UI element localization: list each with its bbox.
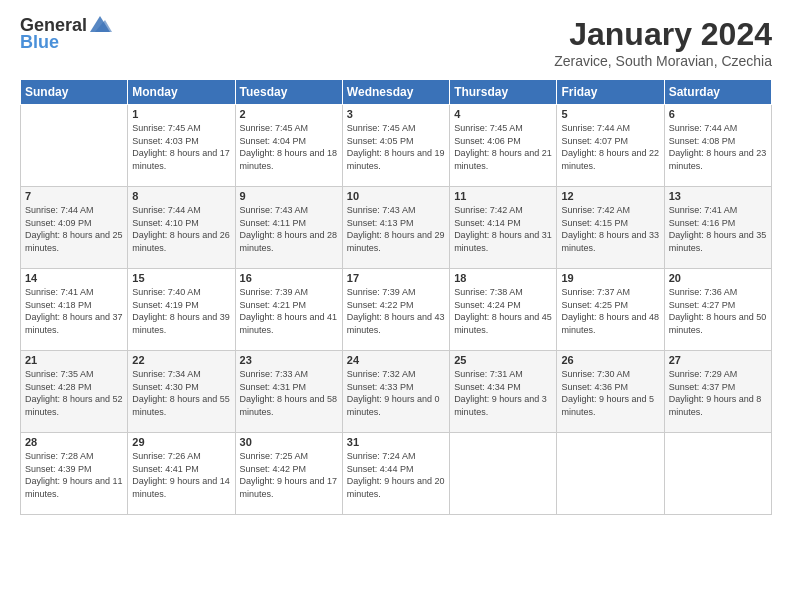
day-info: Sunrise: 7:44 AM Sunset: 4:07 PM Dayligh… [561,122,659,172]
daylight-text: Daylight: 8 hours and 55 minutes. [132,394,230,417]
sunset-text: Sunset: 4:04 PM [240,136,307,146]
daylight-text: Daylight: 8 hours and 23 minutes. [669,148,767,171]
day-info: Sunrise: 7:25 AM Sunset: 4:42 PM Dayligh… [240,450,338,500]
day-info: Sunrise: 7:44 AM Sunset: 4:08 PM Dayligh… [669,122,767,172]
sunset-text: Sunset: 4:07 PM [561,136,628,146]
daylight-text: Daylight: 9 hours and 5 minutes. [561,394,654,417]
day-info: Sunrise: 7:43 AM Sunset: 4:13 PM Dayligh… [347,204,445,254]
sunset-text: Sunset: 4:08 PM [669,136,736,146]
day-info: Sunrise: 7:41 AM Sunset: 4:18 PM Dayligh… [25,286,123,336]
day-number: 12 [561,190,659,202]
day-number: 29 [132,436,230,448]
table-row [664,433,771,515]
page: General Blue January 2024 Zeravice, Sout… [0,0,792,612]
table-row: 12 Sunrise: 7:42 AM Sunset: 4:15 PM Dayl… [557,187,664,269]
table-row: 6 Sunrise: 7:44 AM Sunset: 4:08 PM Dayli… [664,105,771,187]
sunrise-text: Sunrise: 7:43 AM [347,205,416,215]
daylight-text: Daylight: 8 hours and 28 minutes. [240,230,338,253]
sunrise-text: Sunrise: 7:26 AM [132,451,201,461]
daylight-text: Daylight: 8 hours and 18 minutes. [240,148,338,171]
calendar-week-row: 21 Sunrise: 7:35 AM Sunset: 4:28 PM Dayl… [21,351,772,433]
table-row: 31 Sunrise: 7:24 AM Sunset: 4:44 PM Dayl… [342,433,449,515]
day-number: 13 [669,190,767,202]
sunrise-text: Sunrise: 7:30 AM [561,369,630,379]
sunrise-text: Sunrise: 7:45 AM [347,123,416,133]
daylight-text: Daylight: 8 hours and 52 minutes. [25,394,123,417]
day-number: 7 [25,190,123,202]
table-row: 19 Sunrise: 7:37 AM Sunset: 4:25 PM Dayl… [557,269,664,351]
table-row: 27 Sunrise: 7:29 AM Sunset: 4:37 PM Dayl… [664,351,771,433]
day-info: Sunrise: 7:32 AM Sunset: 4:33 PM Dayligh… [347,368,445,418]
day-number: 11 [454,190,552,202]
header: General Blue January 2024 Zeravice, Sout… [20,16,772,69]
sunrise-text: Sunrise: 7:34 AM [132,369,201,379]
day-number: 30 [240,436,338,448]
daylight-text: Daylight: 9 hours and 3 minutes. [454,394,547,417]
sunset-text: Sunset: 4:34 PM [454,382,521,392]
day-number: 4 [454,108,552,120]
day-info: Sunrise: 7:45 AM Sunset: 4:05 PM Dayligh… [347,122,445,172]
sunset-text: Sunset: 4:42 PM [240,464,307,474]
sunrise-text: Sunrise: 7:44 AM [25,205,94,215]
calendar-week-row: 1 Sunrise: 7:45 AM Sunset: 4:03 PM Dayli… [21,105,772,187]
sunrise-text: Sunrise: 7:44 AM [669,123,738,133]
table-row: 24 Sunrise: 7:32 AM Sunset: 4:33 PM Dayl… [342,351,449,433]
day-number: 22 [132,354,230,366]
daylight-text: Daylight: 9 hours and 11 minutes. [25,476,123,499]
sunrise-text: Sunrise: 7:29 AM [669,369,738,379]
day-info: Sunrise: 7:36 AM Sunset: 4:27 PM Dayligh… [669,286,767,336]
sunrise-text: Sunrise: 7:37 AM [561,287,630,297]
calendar-week-row: 14 Sunrise: 7:41 AM Sunset: 4:18 PM Dayl… [21,269,772,351]
day-number: 24 [347,354,445,366]
day-info: Sunrise: 7:44 AM Sunset: 4:10 PM Dayligh… [132,204,230,254]
sunset-text: Sunset: 4:09 PM [25,218,92,228]
table-row: 18 Sunrise: 7:38 AM Sunset: 4:24 PM Dayl… [450,269,557,351]
sunrise-text: Sunrise: 7:45 AM [132,123,201,133]
daylight-text: Daylight: 8 hours and 39 minutes. [132,312,230,335]
table-row: 7 Sunrise: 7:44 AM Sunset: 4:09 PM Dayli… [21,187,128,269]
daylight-text: Daylight: 8 hours and 35 minutes. [669,230,767,253]
table-row: 23 Sunrise: 7:33 AM Sunset: 4:31 PM Dayl… [235,351,342,433]
daylight-text: Daylight: 8 hours and 19 minutes. [347,148,445,171]
day-info: Sunrise: 7:33 AM Sunset: 4:31 PM Dayligh… [240,368,338,418]
day-info: Sunrise: 7:41 AM Sunset: 4:16 PM Dayligh… [669,204,767,254]
day-number: 27 [669,354,767,366]
sunset-text: Sunset: 4:24 PM [454,300,521,310]
day-number: 26 [561,354,659,366]
title-block: January 2024 Zeravice, South Moravian, C… [554,16,772,69]
sunrise-text: Sunrise: 7:45 AM [240,123,309,133]
calendar: Sunday Monday Tuesday Wednesday Thursday… [20,79,772,515]
table-row: 17 Sunrise: 7:39 AM Sunset: 4:22 PM Dayl… [342,269,449,351]
col-monday: Monday [128,80,235,105]
table-row [450,433,557,515]
day-number: 9 [240,190,338,202]
daylight-text: Daylight: 8 hours and 17 minutes. [132,148,230,171]
day-number: 23 [240,354,338,366]
sunset-text: Sunset: 4:30 PM [132,382,199,392]
sunset-text: Sunset: 4:03 PM [132,136,199,146]
sunset-text: Sunset: 4:16 PM [669,218,736,228]
logo-icon [90,16,112,34]
day-number: 21 [25,354,123,366]
table-row: 26 Sunrise: 7:30 AM Sunset: 4:36 PM Dayl… [557,351,664,433]
day-info: Sunrise: 7:40 AM Sunset: 4:19 PM Dayligh… [132,286,230,336]
day-info: Sunrise: 7:45 AM Sunset: 4:03 PM Dayligh… [132,122,230,172]
day-info: Sunrise: 7:45 AM Sunset: 4:04 PM Dayligh… [240,122,338,172]
day-number: 1 [132,108,230,120]
sunrise-text: Sunrise: 7:40 AM [132,287,201,297]
daylight-text: Daylight: 8 hours and 25 minutes. [25,230,123,253]
sunset-text: Sunset: 4:11 PM [240,218,307,228]
day-number: 20 [669,272,767,284]
day-number: 10 [347,190,445,202]
sunset-text: Sunset: 4:44 PM [347,464,414,474]
col-tuesday: Tuesday [235,80,342,105]
day-info: Sunrise: 7:42 AM Sunset: 4:15 PM Dayligh… [561,204,659,254]
daylight-text: Daylight: 8 hours and 37 minutes. [25,312,123,335]
sunset-text: Sunset: 4:28 PM [25,382,92,392]
daylight-text: Daylight: 8 hours and 31 minutes. [454,230,552,253]
daylight-text: Daylight: 9 hours and 8 minutes. [669,394,762,417]
sunrise-text: Sunrise: 7:33 AM [240,369,309,379]
sunrise-text: Sunrise: 7:38 AM [454,287,523,297]
day-info: Sunrise: 7:30 AM Sunset: 4:36 PM Dayligh… [561,368,659,418]
sunrise-text: Sunrise: 7:41 AM [669,205,738,215]
